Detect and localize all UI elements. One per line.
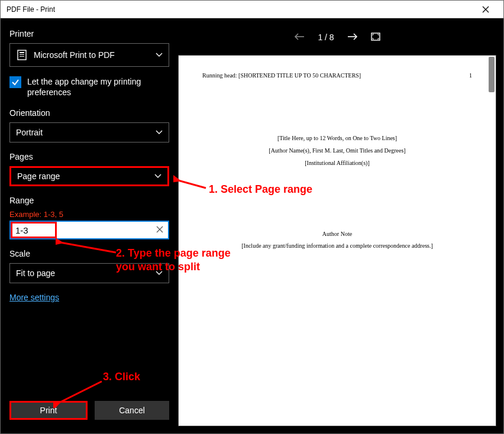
dialog-content: Printer Microsoft Print to PDF Let the a… — [1, 18, 503, 433]
print-button[interactable]: Print — [9, 401, 88, 420]
range-example: Example: 1-3, 5 — [9, 210, 169, 219]
preview-running-head: Running head: [SHORTENED TITLE UP TO 50 … — [202, 72, 472, 79]
arrow-left-icon — [294, 33, 305, 41]
pages-label: Pages — [9, 152, 169, 161]
close-button[interactable] — [474, 1, 497, 18]
range-label: Range — [9, 196, 169, 205]
range-input-wrapper — [9, 221, 169, 239]
orientation-value: Portrait — [16, 128, 43, 137]
printer-dropdown[interactable]: Microsoft Print to PDF — [9, 43, 169, 67]
close-icon — [156, 226, 163, 233]
svg-rect-4 — [20, 54, 24, 55]
button-row: Print Cancel — [9, 401, 169, 423]
clear-input-button[interactable] — [156, 225, 163, 235]
printer-icon — [16, 49, 28, 61]
scale-dropdown[interactable]: Fit to page — [9, 263, 169, 283]
preview-title-block: [Title Here, up to 12 Words, on One to T… — [202, 132, 472, 169]
chevron-down-icon — [156, 51, 163, 59]
chevron-down-icon — [156, 129, 163, 136]
preview-affiliation: [Institutional Affiliation(s)] — [202, 157, 472, 169]
cancel-button[interactable]: Cancel — [95, 401, 169, 420]
svg-rect-5 — [20, 56, 24, 57]
page-preview: Running head: [SHORTENED TITLE UP TO 50 … — [178, 55, 496, 426]
scale-value: Fit to page — [16, 268, 55, 278]
change-prefs-label: Let the app change my printing preferenc… — [27, 76, 169, 98]
preview-title: [Title Here, up to 12 Words, on One to T… — [202, 132, 472, 144]
titlebar: PDF File - Print — [1, 1, 503, 18]
fullscreen-icon — [371, 33, 380, 41]
orientation-dropdown[interactable]: Portrait — [9, 122, 169, 142]
scale-label: Scale — [9, 249, 169, 258]
next-page-button[interactable] — [347, 31, 358, 44]
author-note-body: [Include any grant/funding information a… — [202, 240, 472, 252]
orientation-label: Orientation — [9, 108, 169, 118]
arrow-right-icon — [347, 33, 358, 41]
preview-area: 1 / 8 Running head: [SHORTENED TITLE UP … — [178, 18, 503, 433]
more-settings-link[interactable]: More settings — [9, 293, 169, 302]
checkmark-icon — [11, 78, 20, 86]
change-prefs-checkbox[interactable] — [9, 76, 21, 88]
pages-dropdown[interactable]: Page range — [9, 166, 169, 186]
preview-toolbar: 1 / 8 — [178, 25, 496, 49]
chevron-down-icon — [154, 173, 161, 180]
svg-rect-3 — [20, 52, 24, 53]
prev-page-button[interactable] — [294, 31, 305, 44]
printer-label: Printer — [9, 29, 169, 38]
preview-author: [Author Name(s), First M. Last, Omit Tit… — [202, 144, 472, 157]
pages-value: Page range — [17, 171, 60, 181]
fullscreen-button[interactable] — [371, 33, 380, 43]
printer-value: Microsoft Print to PDF — [34, 50, 115, 60]
range-input[interactable] — [15, 225, 156, 235]
author-note-heading: Author Note — [202, 228, 472, 240]
preview-scrollbar[interactable] — [489, 57, 495, 92]
change-prefs-row: Let the app change my printing preferenc… — [9, 76, 169, 98]
page-number: 1 — [469, 72, 472, 79]
close-icon — [482, 6, 489, 13]
running-head-text: Running head: [SHORTENED TITLE UP TO 50 … — [202, 72, 361, 79]
print-dialog-window: PDF File - Print Printer Microsoft Print… — [0, 0, 504, 434]
print-options-sidebar: Printer Microsoft Print to PDF Let the a… — [1, 18, 178, 433]
chevron-down-icon — [156, 270, 163, 277]
preview-author-note: Author Note [Include any grant/funding i… — [202, 228, 472, 252]
page-indicator: 1 / 8 — [318, 33, 334, 42]
window-title: PDF File - Print — [7, 5, 474, 14]
